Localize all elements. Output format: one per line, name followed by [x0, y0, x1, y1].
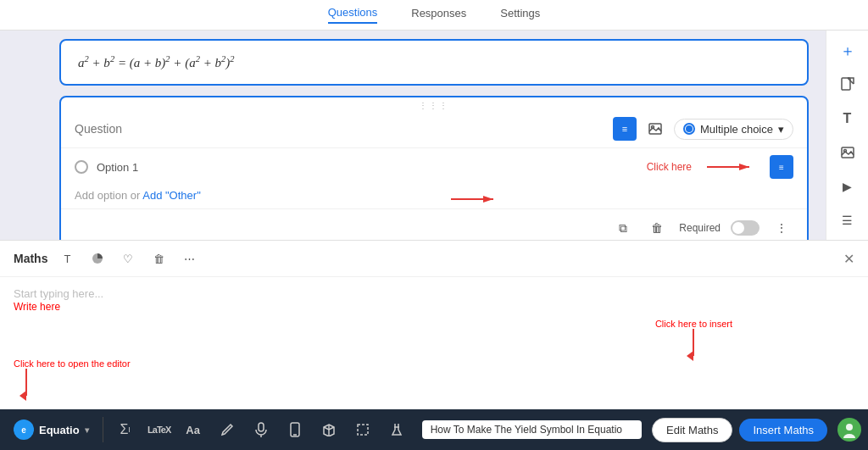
tab-settings[interactable]: Settings — [500, 7, 540, 23]
svg-point-25 — [846, 424, 853, 431]
option-math-btn[interactable]: ≡ — [770, 155, 793, 179]
maths-tool-delete[interactable]: 🗑 — [147, 247, 170, 269]
sidebar-video-btn[interactable]: ▶ — [834, 173, 861, 200]
arrow-annotation-2 — [707, 160, 758, 174]
option-1-row: Option 1 Click here ≡ — [61, 148, 807, 186]
toolbar-3d-btn[interactable] — [314, 414, 344, 445]
required-label: Required — [679, 222, 721, 234]
maths-close-btn[interactable]: ✕ — [843, 251, 854, 267]
user-avatar[interactable] — [837, 418, 861, 442]
toolbar-latex-btn[interactable]: LaTeX — [144, 414, 175, 445]
click-editor-annotation: Click here to open the editor — [14, 358, 131, 403]
svg-rect-22 — [358, 425, 368, 435]
toolbar-phone-btn[interactable] — [280, 414, 310, 445]
sidebar-import-btn[interactable] — [834, 71, 861, 98]
formula-card: a2 + b2 = (a + b)2 + (a2 + b2)2 — [59, 39, 809, 86]
maths-tool-more[interactable]: ⋯ — [178, 247, 200, 269]
sidebar-text-btn[interactable]: T — [834, 105, 861, 132]
insert-maths-button[interactable]: Insert Maths — [739, 419, 827, 442]
equatio-toolbar: e Equatio ▾ ΣI LaTeX Aa — [0, 409, 868, 450]
option-1-radio[interactable] — [75, 160, 88, 174]
maths-tool-color[interactable] — [86, 247, 108, 269]
question-row: ≡ Multiple choice ▾ — [61, 110, 807, 148]
toolbar-sigma-btn[interactable]: ΣI — [110, 414, 141, 445]
maths-title: Maths — [14, 252, 47, 265]
sidebar-add-btn[interactable]: ＋ — [834, 37, 861, 64]
dropdown-label: Multiple choice — [700, 123, 773, 136]
edit-maths-button[interactable]: Edit Maths — [652, 418, 732, 442]
toolbar-select-btn[interactable] — [348, 414, 378, 445]
equatio-chevron: ▾ — [85, 425, 89, 435]
click-editor-text: Click here to open the editor — [14, 358, 131, 369]
maths-body[interactable]: Start typing here... Write here — [0, 277, 868, 409]
toolbar-search[interactable]: How To Make The Yield Symbol In Equatio — [422, 420, 642, 439]
delete-btn[interactable]: 🗑 — [645, 216, 669, 240]
arrow-annotation-1 — [451, 191, 502, 208]
toolbar-separator-1 — [103, 417, 103, 442]
add-other-link[interactable]: Add "Other" — [142, 189, 201, 202]
maths-panel: Maths T ♡ 🗑 ⋯ ✕ Start typing here... Wri… — [0, 240, 868, 409]
click-insert-text: Click here to insert — [655, 319, 732, 329]
equatio-logo-icon: e — [14, 419, 34, 440]
toolbar-mic-btn[interactable] — [246, 414, 276, 445]
sidebar-image-btn[interactable] — [834, 139, 861, 166]
question-type-dropdown[interactable]: Multiple choice ▾ — [674, 119, 793, 140]
equatio-logo[interactable]: e Equatio ▾ — [7, 416, 96, 443]
copy-btn[interactable]: ⧉ — [611, 216, 635, 240]
option-1-label: Option 1 — [97, 161, 138, 174]
chevron-down-icon: ▾ — [778, 123, 784, 136]
toolbar-handwriting-btn[interactable]: Aa — [178, 414, 209, 445]
tab-questions-active[interactable]: Questions — [328, 6, 378, 24]
svg-rect-17 — [259, 423, 264, 431]
image-insert-btn[interactable] — [643, 117, 667, 141]
formula-text: a2 + b2 = (a + b)2 + (a2 + b2)2 — [78, 56, 235, 69]
question-card: ⋮⋮⋮ ≡ — [59, 96, 809, 248]
tab-responses[interactable]: Responses — [411, 7, 466, 23]
maths-tool-heart[interactable]: ♡ — [117, 247, 139, 269]
math-insert-btn[interactable]: ≡ — [613, 117, 637, 141]
drag-handle[interactable]: ⋮⋮⋮ — [61, 97, 807, 110]
question-input[interactable] — [75, 122, 606, 136]
required-toggle[interactable] — [731, 220, 760, 236]
more-options-btn[interactable]: ⋮ — [770, 216, 793, 240]
toolbar-pen-btn[interactable] — [212, 414, 242, 445]
svg-text:e: e — [21, 425, 26, 435]
search-text: How To Make The Yield Symbol In Equatio — [431, 424, 622, 436]
top-nav: Questions Questions Responses Settings — [0, 0, 868, 31]
arrow-down-insert — [681, 329, 706, 363]
arrow-down-editor — [14, 369, 39, 403]
maths-tool-text[interactable]: T — [56, 247, 78, 269]
maths-header: Maths T ♡ 🗑 ⋯ ✕ — [0, 241, 868, 277]
click-insert-annotation: Click here to insert — [655, 319, 732, 363]
add-option-text: Add option — [75, 189, 127, 202]
toolbar-chemistry-btn[interactable] — [381, 414, 412, 445]
add-option-row: Add option or Add "Other" — [61, 186, 807, 208]
sidebar-section-btn[interactable]: ☰ — [834, 207, 861, 234]
click-here-label: Click here — [647, 161, 692, 173]
write-here-label: Write here — [14, 301, 60, 313]
equatio-logo-text: Equatio — [39, 424, 80, 436]
maths-placeholder: Start typing here... — [14, 287, 103, 300]
